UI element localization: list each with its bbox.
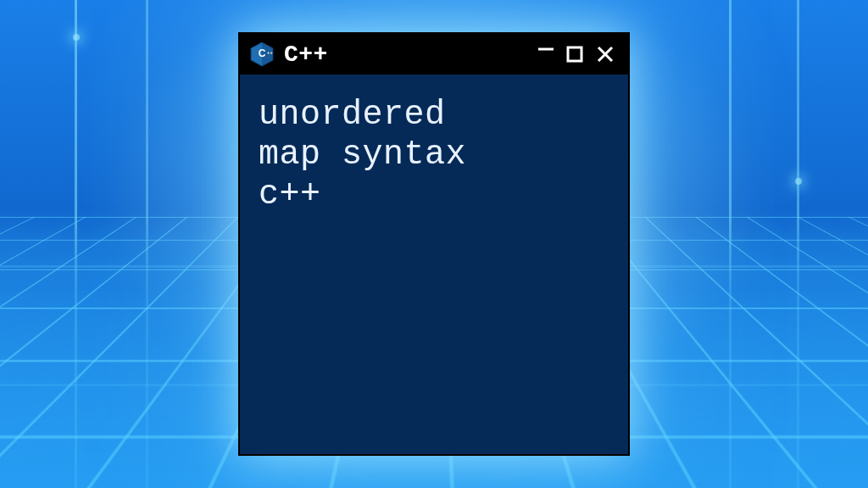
terminal-window-glow: C + + C++ xyxy=(238,32,630,456)
svg-text:+: + xyxy=(267,50,270,55)
maximize-button[interactable] xyxy=(565,45,587,64)
terminal-window: C + + C++ xyxy=(238,32,630,456)
terminal-body: unordered map syntax c++ xyxy=(240,75,628,454)
cpp-logo-icon: C + + xyxy=(248,41,275,68)
svg-text:C: C xyxy=(259,47,266,59)
minimize-button[interactable] xyxy=(535,38,557,62)
titlebar[interactable]: C + + C++ xyxy=(240,34,628,75)
maximize-icon xyxy=(565,45,584,64)
minimize-icon xyxy=(537,38,555,57)
close-button[interactable] xyxy=(596,45,618,64)
close-icon xyxy=(596,45,615,64)
svg-text:+: + xyxy=(270,50,272,55)
svg-rect-6 xyxy=(568,47,581,61)
window-controls xyxy=(535,42,618,66)
window-title: C++ xyxy=(284,42,328,68)
